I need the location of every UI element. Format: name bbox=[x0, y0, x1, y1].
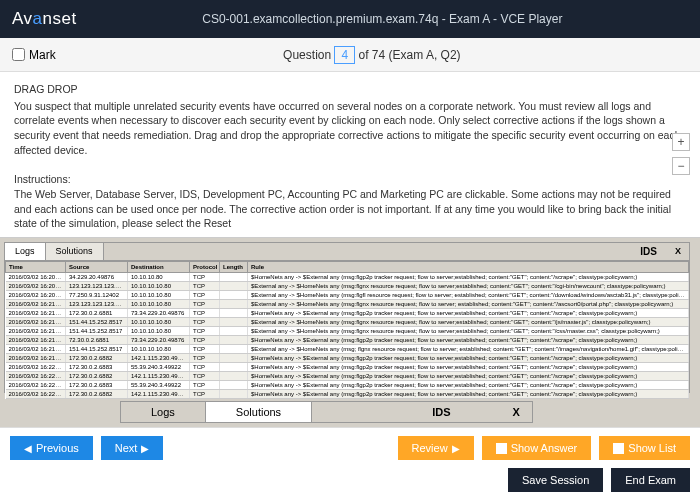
brand-logo: Avanset bbox=[12, 9, 77, 29]
table-cell: TCP bbox=[190, 389, 220, 398]
table-cell: 2016/03/02 16:21.0032 bbox=[6, 299, 66, 308]
show-answer-button[interactable]: Show Answer bbox=[482, 436, 592, 460]
table-cell: $External any -> $HomeNets any (msg:flgn… bbox=[248, 317, 689, 326]
table-row[interactable]: 2016/03/02 16:21.478972.30.0.2.688173.34… bbox=[6, 335, 689, 344]
table-row[interactable]: 2016/03/02 16:21.2464151.44.15.252.85171… bbox=[6, 317, 689, 326]
table-cell: 172.30.0.2.6883 bbox=[66, 380, 128, 389]
table-cell bbox=[220, 380, 248, 389]
table-cell bbox=[220, 290, 248, 299]
question-body: You suspect that multiple unrelated secu… bbox=[14, 99, 686, 158]
checkbox-icon bbox=[613, 443, 624, 454]
table-cell: 55.39.240.3.49922 bbox=[128, 362, 190, 371]
table-cell: 10.10.10.80 bbox=[128, 272, 190, 281]
zoom-in-button[interactable]: + bbox=[672, 133, 690, 151]
bottom-ids-label: IDS bbox=[312, 402, 500, 422]
table-row[interactable]: 2016/03/02 16:21.0961172.30.0.2.688173.3… bbox=[6, 308, 689, 317]
table-cell: 2016/03/02 16:21.6812 bbox=[6, 353, 66, 362]
table-cell: 2016/03/02 16:20.8142 bbox=[6, 281, 66, 290]
question-number: 4 bbox=[334, 46, 355, 64]
table-cell: $External any -> $HomeNets any (msg; flg… bbox=[248, 344, 689, 353]
table-row[interactable]: 2016/03/02 16:21.0032123.123.123.123.592… bbox=[6, 299, 689, 308]
table-cell: 2016/03/02 16:22.1925 bbox=[6, 380, 66, 389]
question-text: DRAG DROP You suspect that multiple unre… bbox=[0, 72, 700, 237]
ids-title: IDS bbox=[630, 243, 667, 260]
review-button[interactable]: Review▶ bbox=[398, 436, 474, 460]
table-cell: TCP bbox=[190, 317, 220, 326]
save-session-button[interactable]: Save Session bbox=[508, 468, 603, 492]
next-button[interactable]: Next▶ bbox=[101, 436, 164, 460]
table-cell bbox=[220, 281, 248, 290]
table-row[interactable]: 2016/03/02 16:22.3771172.30.0.2.6882142.… bbox=[6, 389, 689, 398]
table-cell: 172.30.0.2.6883 bbox=[66, 362, 128, 371]
table-row[interactable]: 2016/03/02 16:21.6812172.30.0.2.6882142.… bbox=[6, 353, 689, 362]
table-cell: 123.123.123.123.5922 bbox=[66, 281, 128, 290]
table-row[interactable]: 2016/03/02 16:22.0910172.30.0.2.688355.3… bbox=[6, 362, 689, 371]
table-row[interactable]: 2016/03/02 16:20.8142123.123.123.123.592… bbox=[6, 281, 689, 290]
table-cell: 151.44.15.252.8517 bbox=[66, 344, 128, 353]
table-cell bbox=[220, 335, 248, 344]
table-cell: 55.39.240.3.49922 bbox=[128, 380, 190, 389]
bottom-tab-solutions[interactable]: Solutions bbox=[206, 402, 312, 422]
table-cell: 151.44.15.252.8517 bbox=[66, 326, 128, 335]
table-cell bbox=[220, 362, 248, 371]
table-cell bbox=[220, 371, 248, 380]
end-exam-button[interactable]: End Exam bbox=[611, 468, 690, 492]
table-cell bbox=[220, 308, 248, 317]
app-window: Avanset CS0-001.examcollection.premium.e… bbox=[0, 0, 700, 500]
close-icon[interactable]: X bbox=[667, 243, 689, 260]
table-row[interactable]: 2016/03/02 16:21.5491151.44.15.252.85171… bbox=[6, 344, 689, 353]
show-list-button[interactable]: Show List bbox=[599, 436, 690, 460]
table-cell: $External any -> $HomeNets any (msg:flgn… bbox=[248, 326, 689, 335]
question-indicator: Question 4 of 74 (Exam A, Q2) bbox=[56, 48, 688, 62]
table-row[interactable]: 2016/03/02 16:20.293434.229.20.4987610.1… bbox=[6, 272, 689, 281]
table-cell: $External any -> $HomeNets any (msg:flgn… bbox=[248, 299, 689, 308]
table-row[interactable]: 2016/03/02 16:22.1925172.30.0.2.688355.3… bbox=[6, 380, 689, 389]
table-cell: $External any -> $HomeNets any (msg:flgf… bbox=[248, 290, 689, 299]
table-cell bbox=[220, 353, 248, 362]
table-cell: 10.10.10.10.80 bbox=[128, 317, 190, 326]
table-cell: 2016/03/02 16:21.5491 bbox=[6, 344, 66, 353]
table-cell: $HomeNets any -> $External any (msg:flgp… bbox=[248, 308, 689, 317]
table-cell: TCP bbox=[190, 272, 220, 281]
arrow-left-icon: ◀ bbox=[24, 443, 32, 454]
table-row[interactable]: 2016/03/02 16:21.3637151.44.15.252.85171… bbox=[6, 326, 689, 335]
table-cell: $HomeNets any -> $External any (msg:flgp… bbox=[248, 335, 689, 344]
table-cell bbox=[220, 389, 248, 398]
footer-bar: ◀Previous Next▶ Review▶ Show Answer Show… bbox=[0, 427, 700, 468]
tab-logs[interactable]: Logs bbox=[5, 243, 46, 260]
table-row[interactable]: 2016/03/02 16:22.1371172.30.0.2.6882142.… bbox=[6, 371, 689, 380]
table-cell: 2016/03/02 16:21.4789 bbox=[6, 335, 66, 344]
table-cell: 142.1.115.230.49232 bbox=[128, 371, 190, 380]
table-cell: $HomeNets any -> $External any (msg:flgp… bbox=[248, 389, 689, 398]
bottom-close-icon[interactable]: X bbox=[500, 402, 531, 422]
table-cell: TCP bbox=[190, 290, 220, 299]
table-cell: 172.30.0.2.6881 bbox=[66, 308, 128, 317]
previous-button[interactable]: ◀Previous bbox=[10, 436, 93, 460]
table-cell bbox=[220, 326, 248, 335]
mark-checkbox[interactable] bbox=[12, 48, 25, 61]
window-title: CS0-001.examcollection.premium.exam.74q … bbox=[77, 12, 688, 26]
zoom-out-button[interactable]: − bbox=[672, 157, 690, 175]
col-destination: Destination bbox=[128, 261, 190, 272]
table-cell: 10.10.10.10.80 bbox=[128, 281, 190, 290]
table-cell: TCP bbox=[190, 308, 220, 317]
table-cell: TCP bbox=[190, 326, 220, 335]
title-bar: Avanset CS0-001.examcollection.premium.e… bbox=[0, 0, 700, 38]
table-cell: 2016/03/02 16:22.0910 bbox=[6, 362, 66, 371]
table-cell bbox=[220, 299, 248, 308]
arrow-right-icon: ▶ bbox=[141, 443, 149, 454]
table-cell: TCP bbox=[190, 299, 220, 308]
table-row[interactable]: 2016/03/02 16:20.901377.250.9.31.1240210… bbox=[6, 290, 689, 299]
table-cell: 142.1.115.230.49232 bbox=[128, 353, 190, 362]
tab-solutions[interactable]: Solutions bbox=[46, 243, 104, 260]
table-cell: 2016/03/02 16:22.3771 bbox=[6, 389, 66, 398]
table-cell: $HomeNets any -> $External any (msg:flgp… bbox=[248, 353, 689, 362]
log-table: Time Source Destination Protocol Length … bbox=[5, 261, 689, 399]
table-cell: $HomeNets any -> $External any (msg:flgp… bbox=[248, 380, 689, 389]
table-cell: TCP bbox=[190, 362, 220, 371]
table-cell: 142.1.115.230.49232 bbox=[128, 389, 190, 398]
bottom-tab-logs[interactable]: Logs bbox=[121, 402, 206, 422]
table-cell: 172.30.0.2.6882 bbox=[66, 371, 128, 380]
col-protocol: Protocol bbox=[190, 261, 220, 272]
table-cell: $HomeNets any -> $External any (msg:flgp… bbox=[248, 362, 689, 371]
